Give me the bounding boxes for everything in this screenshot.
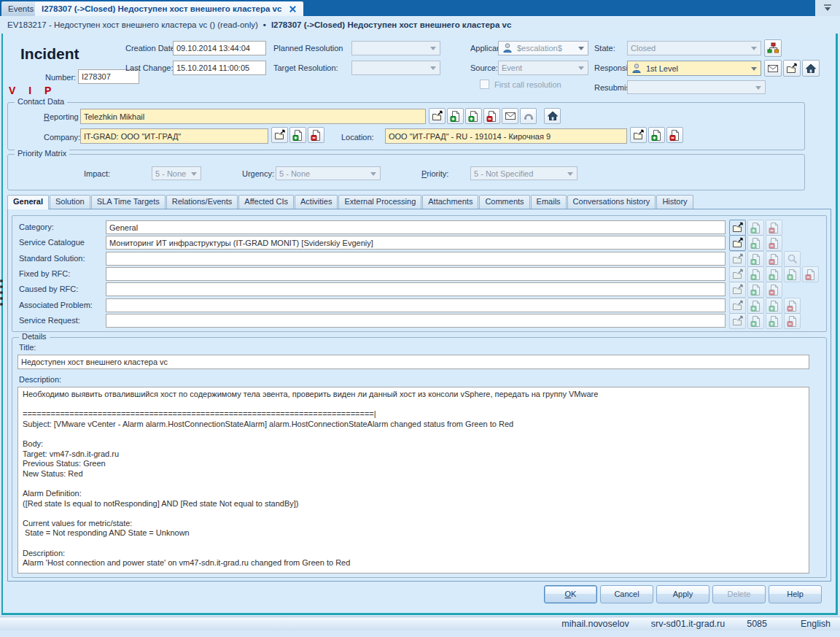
- category-field[interactable]: General: [106, 220, 726, 234]
- standard-solution-label: Standard Solution:: [19, 254, 85, 263]
- tab-attachments[interactable]: Attachments: [422, 195, 478, 209]
- open-record-folder-arrow-icon[interactable]: [729, 220, 746, 236]
- call-phone-icon[interactable]: [520, 108, 537, 124]
- responsible-combo[interactable]: 1st Level: [627, 61, 761, 76]
- close-tab-icon[interactable]: [289, 5, 297, 13]
- remove-record-page-red-minus-icon: [766, 282, 782, 298]
- delete-button: Delete: [712, 585, 766, 603]
- service-request-field[interactable]: [106, 314, 726, 328]
- service-request-label: Service Request:: [19, 316, 80, 325]
- dialog-buttons: OK Cancel Apply Delete Help: [544, 585, 822, 603]
- ok-button[interactable]: OK: [544, 585, 597, 603]
- description-label: Description:: [19, 375, 61, 384]
- reporting-person-field[interactable]: Telezhkin Mikhail: [80, 109, 426, 124]
- remove-record-page-red-minus-icon: [784, 298, 801, 314]
- add-record-icon[interactable]: [447, 108, 464, 124]
- open-record-icon[interactable]: [429, 108, 446, 124]
- tab-sla-time-targets[interactable]: SLA Time Targets: [91, 195, 166, 209]
- priority-combo[interactable]: 5 - Not Specified: [470, 166, 578, 180]
- service-request-actions: [729, 313, 801, 329]
- open-record-icon[interactable]: [630, 127, 647, 143]
- open-record-folder-arrow-icon: [729, 251, 746, 267]
- help-button[interactable]: Help: [769, 585, 822, 603]
- add-template-icon[interactable]: [465, 108, 482, 124]
- source-combo[interactable]: Event: [498, 61, 588, 75]
- tab-comments[interactable]: Comments: [479, 195, 529, 209]
- home-address-icon[interactable]: [544, 108, 561, 124]
- send-email-icon[interactable]: [502, 108, 518, 124]
- caused-by-rfc-label: Caused by RFC:: [19, 285, 78, 293]
- tab-external-processing[interactable]: External Processing: [338, 195, 421, 209]
- active-tab-label: I278307 (->Closed) Недоступен хост внешн…: [42, 4, 281, 13]
- standard-solution-field[interactable]: [106, 252, 726, 266]
- caused-by-rfc-actions: [729, 282, 782, 298]
- remove-record-icon[interactable]: [483, 108, 500, 124]
- new-record-page-green-plus-icon: [747, 235, 764, 251]
- planned-resolution-label: Planned Resolution: [273, 44, 343, 53]
- location-field[interactable]: ООО "ИТ-ГРАД" - RU - 191014 - Кирочная 9: [385, 128, 627, 144]
- fixed-by-rfc-field[interactable]: [106, 267, 726, 281]
- planned-resolution-combo[interactable]: [351, 41, 440, 55]
- tab-history[interactable]: History: [656, 195, 693, 209]
- new-record-page-green-plus-icon: [747, 298, 764, 314]
- remove-record-icon[interactable]: [308, 127, 324, 143]
- add-record-icon[interactable]: [648, 127, 665, 143]
- tab-incident-active[interactable]: I278307 (->Closed) Недоступен хост внешн…: [35, 1, 303, 16]
- open-record-icon[interactable]: [271, 127, 288, 143]
- title-field[interactable]: Недоступен хост внешнего кластера vc: [18, 355, 809, 369]
- target-resolution-combo[interactable]: [351, 61, 440, 75]
- responsible-open-icon[interactable]: [783, 60, 801, 77]
- open-record-folder-arrow-icon: [729, 298, 746, 314]
- impact-combo[interactable]: 5 - None: [152, 166, 201, 180]
- tab-solution[interactable]: Solution: [50, 195, 90, 209]
- caused-by-rfc-field[interactable]: [106, 282, 726, 296]
- add-record-icon[interactable]: [289, 127, 306, 143]
- service-catalogue-field[interactable]: Мониторинг ИТ инфраструктуры (IT-GRAD MO…: [106, 236, 726, 250]
- source-label: Source:: [470, 63, 498, 72]
- responsible-home-icon[interactable]: [802, 60, 820, 77]
- applicant-combo[interactable]: $escalation$: [498, 41, 588, 55]
- title-label: Title:: [19, 343, 36, 352]
- company-field[interactable]: IT-GRAD: ООО "ИТ-ГРАД": [80, 128, 268, 144]
- tab-emails[interactable]: Emails: [531, 195, 567, 209]
- breadcrumb-event: EV183217 - Недоступен хост внешнего клас…: [7, 20, 258, 29]
- search-magnifier-icon: [784, 251, 801, 267]
- person-icon: [631, 63, 642, 74]
- new-from-template-page-green-asterisk-icon: [766, 266, 782, 282]
- number-label: Number:: [45, 73, 76, 82]
- splitter-handle[interactable]: [0, 279, 3, 306]
- creation-date-field[interactable]: 09.10.2014 13:44:04: [173, 41, 266, 55]
- tab-affected-cis[interactable]: Affected CIs: [238, 195, 294, 209]
- tab-relations-events[interactable]: Relations/Events: [166, 195, 238, 209]
- resubmission-combo[interactable]: [627, 80, 766, 94]
- open-record-folder-arrow-icon[interactable]: [729, 235, 746, 251]
- associated-problem-actions: [729, 298, 801, 314]
- tab-activities[interactable]: Activities: [295, 195, 338, 209]
- location-label: Location:: [341, 133, 374, 142]
- urgency-combo[interactable]: 5 - None: [276, 166, 381, 180]
- company-actions: [271, 127, 324, 143]
- state-combo[interactable]: Closed: [627, 41, 761, 55]
- cancel-button[interactable]: Cancel: [600, 585, 653, 603]
- first-call-resolution-checkbox[interactable]: [480, 80, 489, 89]
- tab-conversations-history[interactable]: Conversations history: [567, 195, 656, 209]
- last-change-field[interactable]: 15.10.2014 11:00:05: [173, 61, 266, 75]
- apply-button[interactable]: Apply: [656, 585, 709, 603]
- new-record-page-green-plus-icon: [747, 313, 764, 329]
- status-item-3: English: [801, 619, 831, 629]
- first-call-resolution-label: First call resolution: [494, 80, 561, 89]
- remove-record-icon[interactable]: [666, 127, 683, 143]
- reporting-person-actions: [429, 108, 561, 124]
- tab-general[interactable]: General: [7, 195, 49, 209]
- associated-problem-field[interactable]: [106, 298, 726, 312]
- responsible-email-icon[interactable]: [764, 60, 782, 77]
- location-actions: [630, 127, 683, 143]
- category-actions: [729, 220, 782, 236]
- description-field[interactable]: Необходимо выявить отвалившийся хост по …: [18, 387, 809, 574]
- state-workflow-icon[interactable]: [764, 39, 782, 57]
- tab-list-dropdown-icon[interactable]: [815, 0, 840, 16]
- open-record-folder-arrow-icon: [729, 313, 746, 329]
- contact-data-legend: Contact Data: [15, 97, 67, 106]
- status-item-0: mihail.novoselov: [561, 619, 629, 629]
- remove-record-page-red-minus-icon: [766, 235, 782, 251]
